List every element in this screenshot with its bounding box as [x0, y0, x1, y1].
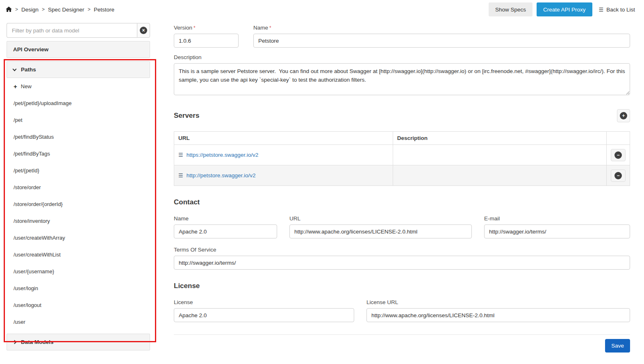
add-server-button[interactable]: +	[617, 109, 630, 122]
sidebar: × API Overview Paths + New /pet/{petId}/…	[7, 23, 150, 350]
terms-of-service-input[interactable]	[174, 256, 630, 270]
circle-minus-icon: −	[614, 172, 622, 179]
paths-accordion-header[interactable]: Paths	[7, 61, 150, 78]
server-description-cell[interactable]	[393, 145, 606, 165]
chevron-right-icon	[13, 340, 17, 344]
chevron-down-icon	[13, 67, 17, 71]
description-label: Description	[174, 54, 630, 60]
contact-url-input[interactable]	[289, 224, 472, 238]
api-overview-item[interactable]: API Overview	[7, 41, 150, 58]
breadcrumb-separator: >	[15, 7, 18, 12]
remove-server-button[interactable]: −	[611, 169, 626, 182]
path-item[interactable]: /pet/{petId}/uploadImage	[7, 95, 150, 112]
server-url-link[interactable]: http://petstore.swagger.io/v2	[187, 172, 256, 179]
back-to-list-button[interactable]: ☰ Back to List	[596, 2, 637, 16]
license-input[interactable]	[174, 308, 354, 322]
servers-table: URL Description ☰ https://petstore.swagg…	[174, 131, 630, 186]
required-marker: *	[193, 25, 196, 31]
filter-input[interactable]	[7, 23, 137, 38]
clear-filter-button[interactable]: ×	[137, 23, 150, 38]
path-item[interactable]: /pet/{petId}	[7, 162, 150, 179]
new-path-button[interactable]: + New	[7, 78, 150, 95]
servers-col-description: Description	[393, 132, 606, 145]
create-api-proxy-button[interactable]: Create API Proxy	[537, 2, 592, 16]
contact-section-title: Contact	[174, 198, 200, 206]
path-item[interactable]: /user/login	[7, 280, 150, 297]
drag-handle-icon[interactable]: ☰	[178, 152, 183, 158]
spec-designer-page: > Design > Spec Designer > Petstore Show…	[0, 0, 644, 364]
path-item[interactable]: /user/createWithList	[7, 246, 150, 263]
terms-of-service-label: Terms Of Service	[174, 247, 630, 253]
path-item[interactable]: /pet	[7, 112, 150, 128]
path-item[interactable]: /store/inventory	[7, 213, 150, 229]
servers-section-title: Servers	[174, 112, 199, 120]
drag-handle-icon[interactable]: ☰	[178, 173, 183, 178]
contact-name-input[interactable]	[174, 224, 277, 238]
path-item[interactable]: /store/order/{orderId}	[7, 196, 150, 213]
path-item[interactable]: /pet/findByStatus	[7, 128, 150, 145]
contact-email-input[interactable]	[484, 224, 630, 238]
data-models-accordion-header[interactable]: Data Models	[7, 334, 150, 350]
home-icon[interactable]	[6, 7, 12, 12]
paths-list: + New /pet/{petId}/uploadImage /pet /pet…	[7, 78, 150, 330]
description-textarea[interactable]: This is a sample server Petstore server.…	[174, 63, 630, 95]
required-marker: *	[269, 25, 271, 31]
breadcrumb-separator: >	[42, 7, 45, 12]
license-section-title: License	[174, 282, 200, 290]
circle-plus-icon: +	[620, 112, 627, 119]
path-item[interactable]: /store/order	[7, 179, 150, 196]
name-label: Name*	[253, 25, 630, 31]
server-row: ☰ http://petstore.swagger.io/v2 −	[174, 165, 630, 186]
server-description-cell[interactable]	[393, 165, 606, 186]
topbar: > Design > Spec Designer > Petstore Show…	[0, 0, 644, 19]
contact-url-label: URL	[289, 215, 472, 222]
back-to-list-label: Back to List	[606, 7, 635, 13]
path-item[interactable]: /user/createWithArray	[7, 229, 150, 246]
path-item[interactable]: /user/logout	[7, 297, 150, 314]
list-icon: ☰	[599, 7, 604, 13]
license-url-label: License URL	[366, 299, 630, 305]
circle-minus-icon: −	[614, 151, 622, 159]
contact-email-label: E-mail	[484, 215, 630, 222]
topbar-actions: Show Specs Create API Proxy ☰ Back to Li…	[489, 2, 637, 16]
breadcrumb: > Design > Spec Designer > Petstore	[6, 7, 114, 13]
servers-col-url: URL	[174, 132, 393, 145]
server-url-link[interactable]: https://petstore.swagger.io/v2	[187, 152, 259, 158]
breadcrumb-design[interactable]: Design	[21, 7, 39, 13]
path-item[interactable]: /user/{username}	[7, 263, 150, 280]
breadcrumb-spec-designer[interactable]: Spec Designer	[48, 7, 84, 13]
spec-form: Version* Name* Description This is a sam…	[174, 23, 630, 353]
api-overview-label: API Overview	[13, 46, 48, 53]
version-label: Version*	[174, 25, 239, 31]
breadcrumb-petstore[interactable]: Petstore	[94, 7, 114, 13]
paths-header-label: Paths	[21, 66, 36, 73]
path-item[interactable]: /user	[7, 314, 150, 330]
server-row: ☰ https://petstore.swagger.io/v2 −	[174, 145, 630, 165]
circle-x-icon: ×	[140, 27, 147, 34]
plus-icon: +	[14, 83, 17, 89]
name-input[interactable]	[253, 34, 630, 48]
version-input[interactable]	[174, 34, 239, 48]
filter-row: ×	[7, 23, 150, 38]
license-label: License	[174, 299, 354, 305]
contact-name-label: Name	[174, 215, 277, 222]
show-specs-button[interactable]: Show Specs	[489, 2, 532, 16]
save-button[interactable]: Save	[605, 339, 630, 353]
new-path-label: New	[21, 83, 32, 89]
license-url-input[interactable]	[366, 308, 630, 322]
path-item[interactable]: /pet/findByTags	[7, 145, 150, 162]
form-footer: Save	[174, 334, 630, 353]
remove-server-button[interactable]: −	[611, 149, 626, 161]
content-area: × API Overview Paths + New /pet/{petId}/…	[0, 19, 644, 353]
data-models-header-label: Data Models	[21, 339, 54, 345]
breadcrumb-separator: >	[88, 7, 91, 12]
servers-col-actions	[607, 132, 630, 145]
